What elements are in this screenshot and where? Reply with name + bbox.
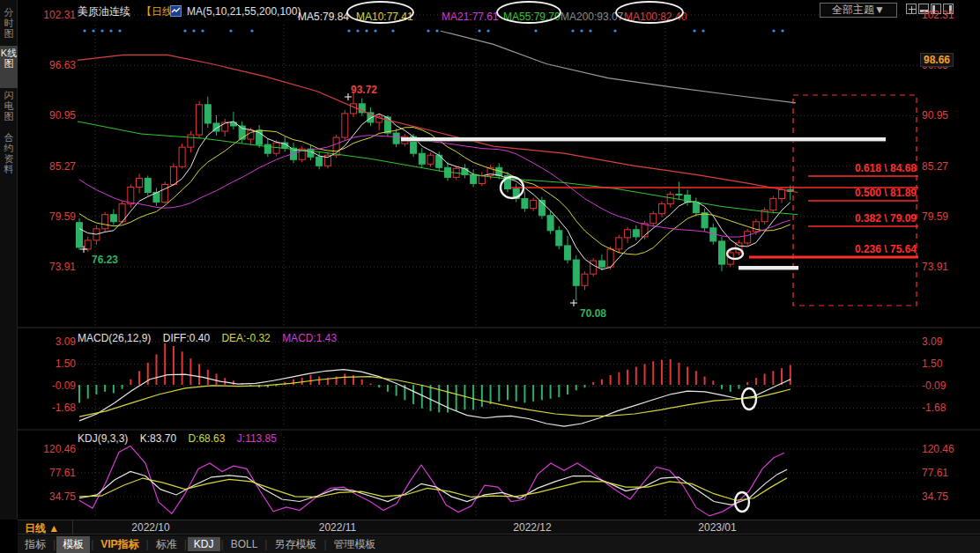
header-circle-annotation bbox=[496, 1, 561, 24]
candle-body bbox=[110, 215, 116, 222]
macd-dea-line bbox=[79, 377, 791, 417]
candle-body bbox=[85, 240, 91, 249]
candle-body bbox=[188, 135, 194, 147]
macd-diff-line bbox=[79, 370, 791, 426]
main-axis-price: 90.95 bbox=[922, 109, 948, 122]
toolbar-item-管理模板[interactable]: 管理模板 bbox=[328, 536, 382, 553]
candle-body bbox=[719, 241, 725, 264]
sidebar-item-闪电图[interactable]: 闪电图 bbox=[0, 88, 18, 125]
candle-body bbox=[676, 195, 682, 195]
ma200-line bbox=[441, 31, 796, 103]
low-price-label-1: 76.23 bbox=[92, 254, 118, 266]
main-axis-price: 102.31 bbox=[922, 9, 954, 21]
candle-body bbox=[102, 215, 108, 229]
alert-dot bbox=[229, 29, 232, 32]
alert-dot bbox=[613, 29, 616, 32]
alert-dot bbox=[589, 29, 591, 32]
candle-body bbox=[590, 261, 597, 274]
toolbar-separator: | bbox=[146, 538, 149, 550]
candle-body bbox=[582, 274, 588, 285]
white-trend-line bbox=[401, 137, 886, 141]
toolbar-item-BOLL[interactable]: BOLL bbox=[225, 537, 264, 551]
period-switcher[interactable]: 日线 ▲ bbox=[25, 521, 59, 536]
kline-icon bbox=[170, 5, 182, 17]
price-marker-badge: 98.66 bbox=[920, 53, 954, 67]
candle-body bbox=[625, 230, 631, 238]
high-price-label: 93.72 bbox=[351, 84, 377, 96]
sidebar-item-合约资料[interactable]: 合约资料 bbox=[0, 130, 18, 185]
candle-body bbox=[137, 178, 143, 187]
main-axis-price: 73.91 bbox=[19, 261, 76, 273]
candle-body bbox=[547, 216, 553, 231]
candle-body bbox=[342, 114, 348, 137]
alert-dot bbox=[580, 29, 583, 32]
kdj-axis-value: 120.46 bbox=[19, 443, 76, 455]
candle-body bbox=[170, 166, 176, 184]
main-axis-price: 85.27 bbox=[922, 160, 948, 173]
candle-body bbox=[658, 204, 664, 214]
trading-app-window: 分时图K线图闪电图合约资料 美原油连续 【日线】 MA(5,10,21,55,2… bbox=[0, 0, 980, 553]
fib-level-label: 0.382 \ 79.09 bbox=[784, 212, 917, 225]
candle-body bbox=[556, 231, 562, 246]
date-axis-strip: 日线 ▲ 2022/102022/112022/122023/01 bbox=[18, 520, 980, 535]
macd-diff-value: DIFF:0.40 bbox=[163, 332, 210, 344]
candle-body bbox=[616, 238, 622, 249]
alert-dot bbox=[534, 29, 537, 32]
macd-axis-value: 1.50 bbox=[19, 358, 76, 370]
alert-dot bbox=[100, 29, 103, 32]
candle-body bbox=[650, 214, 657, 224]
toolbar-item-标准[interactable]: 标准 bbox=[150, 536, 183, 553]
candle-body bbox=[667, 195, 673, 204]
toolbar-separator: | bbox=[53, 538, 56, 550]
toolbar-separator: | bbox=[221, 538, 224, 550]
alert-dot bbox=[391, 29, 394, 32]
candle-body bbox=[745, 232, 751, 243]
toolbar-item-KDJ[interactable]: KDJ bbox=[188, 537, 220, 551]
candle-body bbox=[522, 199, 528, 209]
ma100-line bbox=[78, 55, 798, 192]
toolbar-item-VIP指标[interactable]: VIP指标 bbox=[94, 536, 145, 553]
alert-dot bbox=[118, 29, 121, 32]
candle-body bbox=[264, 144, 271, 153]
macd-params: MACD(26,12,9) bbox=[78, 332, 151, 344]
toolbar-item-指标[interactable]: 指标 bbox=[19, 536, 52, 553]
alert-dot bbox=[109, 29, 112, 32]
candle-body bbox=[642, 224, 648, 237]
candle-body bbox=[179, 147, 185, 166]
candle-body bbox=[162, 184, 168, 202]
candle-body bbox=[128, 187, 134, 203]
toolbar-item-另存模板[interactable]: 另存模板 bbox=[268, 536, 323, 553]
macd-axis-value: -0.09 bbox=[19, 380, 76, 392]
layout-grid-icon[interactable] bbox=[906, 4, 917, 14]
macd-value: MACD:1.43 bbox=[282, 332, 337, 344]
alert-dot bbox=[478, 29, 480, 32]
ma-params: MA(5,10,21,55,200,100) bbox=[187, 5, 301, 18]
sidebar-item-K线图[interactable]: K线图 bbox=[0, 46, 18, 88]
macd-axis-value: -0.09 bbox=[922, 380, 946, 392]
x-axis-month-label: 2022/12 bbox=[513, 521, 551, 534]
white-trend-line bbox=[739, 266, 798, 269]
fib-level-label: 0.500 \ 81.89 bbox=[784, 187, 917, 199]
macd-axis-value: 3.09 bbox=[19, 335, 76, 348]
main-chart[interactable] bbox=[0, 0, 980, 553]
bottom-toolbar: 指标|模板|VIP指标|标准|KDJ|BOLL|另存模板|管理模板 bbox=[18, 535, 980, 553]
candle-body bbox=[351, 104, 357, 114]
main-axis-price: 90.95 bbox=[19, 109, 76, 122]
kdj-axis-value: 34.75 bbox=[19, 490, 76, 503]
candle-body bbox=[702, 213, 708, 228]
x-axis-month-label: 2023/01 bbox=[698, 521, 736, 534]
macd-dea-value: DEA:-0.32 bbox=[221, 332, 270, 344]
kdj-axis-value: 77.61 bbox=[922, 467, 948, 479]
candle-body bbox=[479, 175, 485, 183]
toolbar-item-模板[interactable]: 模板 bbox=[56, 536, 90, 553]
candle-body bbox=[419, 153, 425, 164]
candle-body bbox=[393, 133, 399, 144]
macd-panel-title: MACD(26,12,9) DIFF:0.40 DEA:-0.32 MACD:1… bbox=[78, 332, 345, 344]
ma-value-ma5: MA5:79.84 bbox=[298, 11, 349, 23]
alert-dot bbox=[781, 29, 783, 32]
candle-body bbox=[427, 155, 434, 164]
alert-dot bbox=[365, 29, 368, 32]
theme-selector-button[interactable]: 全部主题▼ bbox=[820, 3, 897, 18]
alert-dot bbox=[92, 29, 94, 32]
kdj-d-value: D:68.63 bbox=[188, 432, 225, 445]
